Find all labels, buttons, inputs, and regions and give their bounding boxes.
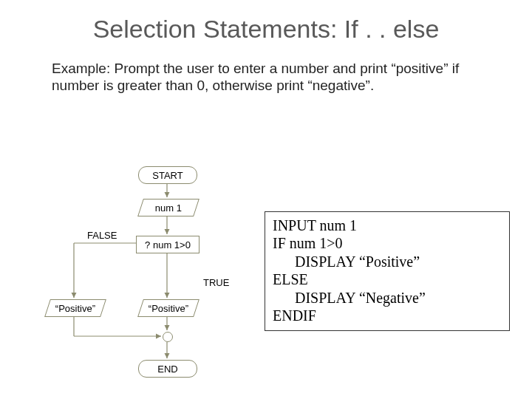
- pseudocode-line: DISPLAY “Negative”: [273, 289, 502, 307]
- pseudocode-line: DISPLAY “Positive”: [273, 253, 502, 270]
- connector-node: [163, 332, 173, 342]
- right-output-label: “Positive”: [149, 303, 188, 314]
- pseudocode-line: INPUT num 1: [273, 216, 502, 234]
- left-output-node: “Positive”: [44, 299, 106, 317]
- page-title: Selection Statements: If . . else: [0, 15, 532, 44]
- input-node: num 1: [137, 199, 200, 216]
- pseudocode-line: IF num 1>0: [273, 234, 502, 252]
- start-node: START: [138, 166, 197, 184]
- pseudocode-line: ELSE: [273, 270, 502, 288]
- end-node: END: [138, 360, 197, 378]
- pseudocode-box: INPUT num 1 IF num 1>0 DISPLAY “Positive…: [265, 211, 510, 331]
- input-label: num 1: [155, 202, 182, 214]
- left-output-label: “Positive”: [55, 303, 95, 314]
- example-text: Example: Prompt the user to enter a numb…: [52, 61, 480, 95]
- true-label: TRUE: [203, 277, 229, 288]
- decision-node: ? num 1>0: [136, 236, 200, 253]
- flowchart: START num 1 ? num 1>0 FALSE TRUE “Positi…: [30, 166, 266, 388]
- false-label: FALSE: [87, 230, 117, 241]
- right-output-node: “Positive”: [137, 299, 200, 317]
- pseudocode-line: ENDIF: [273, 307, 502, 324]
